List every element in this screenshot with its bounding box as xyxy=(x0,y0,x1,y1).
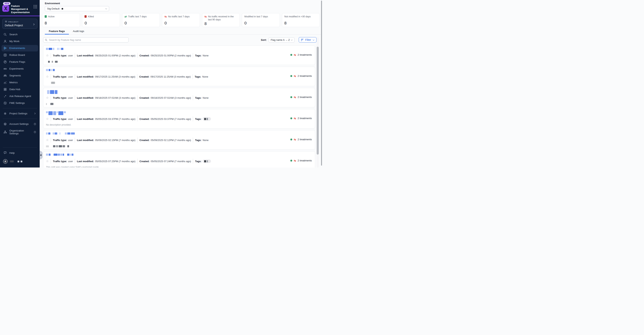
redacted-flag-name xyxy=(46,154,312,158)
flag-row[interactable]: ☆ Traffic type:user Last modified:09/25/… xyxy=(43,45,315,65)
sidebar-item-feature-flags[interactable]: Feature Flags xyxy=(2,59,38,65)
redacted-env-suffix xyxy=(62,8,63,9)
no-traffic-swap-icon: ⇆ xyxy=(204,15,207,18)
data-hub-icon xyxy=(4,88,7,91)
person-icon xyxy=(4,40,7,43)
sort-select[interactable]: Flag name A → Z xyxy=(268,37,294,42)
environment-select[interactable]: Stg-Default xyxy=(45,6,109,11)
star-icon[interactable]: ☆ xyxy=(46,96,49,99)
sidebar-item-environments[interactable]: Environments xyxy=(2,45,38,51)
chevron-down-icon xyxy=(291,39,292,40)
project-selector[interactable]: PROJECT Default Project xyxy=(2,19,38,29)
flag-description: No description provided. xyxy=(46,123,71,126)
project-box-icon xyxy=(5,20,7,23)
fme-logo-icon xyxy=(4,101,7,105)
tags-value: None xyxy=(202,54,208,57)
people-icon xyxy=(4,74,7,77)
treatments-count: 2 treatments xyxy=(298,74,312,77)
sidebar-item-account-settings[interactable]: Account Settings xyxy=(2,121,38,127)
search-input[interactable] xyxy=(43,37,128,42)
sidebar-item-metrics[interactable]: Metrics xyxy=(2,79,38,86)
sidebar-item-data-hub[interactable]: Data Hub xyxy=(2,86,38,93)
sidebar-item-my-work[interactable]: My Work xyxy=(2,38,38,44)
killed-status-icon xyxy=(84,15,86,18)
app-switcher-icon[interactable] xyxy=(34,5,37,8)
redacted-tag-pill xyxy=(202,159,211,163)
chart-icon xyxy=(4,81,7,84)
chevron-down-icon xyxy=(105,7,107,9)
tab-feature-flags[interactable]: Feature flags xyxy=(45,30,69,34)
sidebar-item-organization-settings[interactable]: Organization Settings xyxy=(2,128,38,136)
last-modified-value: 05/05/2025 03:37PM (7 months ago) xyxy=(95,118,136,120)
page-scrollbar[interactable] xyxy=(321,0,322,166)
swap-icon: ⇆ xyxy=(294,75,296,77)
tags-value: None xyxy=(202,139,208,142)
redacted-description xyxy=(46,61,58,63)
flag-row[interactable]: ☆ Traffic type:user Last modified:05/09/… xyxy=(43,130,315,150)
treatments-count: 2 treatments xyxy=(298,159,312,162)
redacted-block xyxy=(18,161,19,162)
active-dot-icon xyxy=(290,75,292,77)
redacted-flag-name xyxy=(46,132,312,137)
star-icon[interactable]: ☆ xyxy=(46,75,49,78)
main-content: Environment Stg-Default Active 8 Killed … xyxy=(40,0,322,167)
sidebar-item-segments[interactable]: Segments xyxy=(2,72,38,79)
sidebar-item-rollout-board[interactable]: Rollout Board xyxy=(2,52,38,58)
created-value: 09/25/2025 01:00PM (2 months ago) xyxy=(151,54,191,57)
redacted-description xyxy=(46,145,69,147)
filter-button[interactable]: Filter xyxy=(299,37,316,42)
flag-row[interactable]: ☆ Traffic type:user Last modified:09/17/… xyxy=(43,67,315,86)
last-modified-value: 05/09/2025 02:15PM (7 months ago) xyxy=(95,139,136,142)
list-toolbar: Sort: Flag name A → Z Filter xyxy=(43,37,316,42)
stat-card-no-traffic-90d: ⇆No traffic received in the last 90 days… xyxy=(202,13,240,27)
avatar[interactable]: A xyxy=(3,159,8,164)
split-logo xyxy=(2,5,9,12)
ruler-icon xyxy=(4,67,7,70)
sidebar-divider xyxy=(3,119,37,119)
org-icon xyxy=(4,130,7,134)
svg-text:?: ? xyxy=(5,151,6,153)
collapse-arrow-icon xyxy=(40,154,42,156)
sidebar: NEW Feature Management & Experimentation… xyxy=(0,0,40,167)
stat-card-no-traffic-7d: ⇆No traffic last 7 days 0 xyxy=(162,13,200,27)
sidebar-item-search[interactable]: Search xyxy=(2,31,38,38)
sidebar-item-ask-release-agent[interactable]: Ask Release Agent xyxy=(2,93,38,99)
star-icon[interactable]: ☆ xyxy=(46,117,49,120)
last-modified-value: 09/17/2025 11:25AM (3 months ago) xyxy=(95,75,135,78)
sort-label: Sort: xyxy=(261,38,267,41)
tab-audit-logs[interactable]: Audit logs xyxy=(69,30,88,34)
treatments-count: 2 treatments xyxy=(298,53,312,56)
list-scrollbar-thumb[interactable] xyxy=(317,47,319,155)
sidebar-item-fme-settings[interactable]: FME Settings xyxy=(2,100,38,106)
active-dot-icon xyxy=(290,139,292,140)
flag-row[interactable]: ☆ Traffic type:user Last modified:05/05/… xyxy=(43,109,315,128)
chevron-down-icon xyxy=(313,39,314,40)
redacted-description xyxy=(46,82,55,84)
brand-divider xyxy=(0,16,40,16)
swap-icon: ⇆ xyxy=(294,117,296,120)
traffic-type-value: user xyxy=(68,75,73,78)
flag-row[interactable]: ☆ Traffic type:user Last modified:09/18/… xyxy=(43,88,315,107)
star-icon[interactable]: ☆ xyxy=(46,54,49,57)
active-dot-icon xyxy=(290,96,292,98)
filter-icon xyxy=(301,39,304,41)
project-name: Default Project xyxy=(5,24,35,27)
info-icon[interactable] xyxy=(34,131,36,133)
traffic-type-value: user xyxy=(68,160,73,163)
traffic-swap-icon: ⇄ xyxy=(124,15,127,18)
last-modified-value: 09/25/2025 01:00PM (2 months ago) xyxy=(95,54,136,57)
star-icon[interactable]: ☆ xyxy=(46,160,49,163)
swap-icon: ⇆ xyxy=(294,53,296,56)
list-scrollbar-track[interactable] xyxy=(317,37,319,167)
treatments-count: 2 treatments xyxy=(298,117,312,120)
sidebar-item-help[interactable]: ? Help xyxy=(2,150,38,156)
info-icon[interactable] xyxy=(34,123,36,125)
flag-row[interactable]: ☆ Traffic type:user Last modified:05/05/… xyxy=(43,151,315,167)
sidebar-item-experiments[interactable]: Experiments xyxy=(2,65,38,72)
sidebar-item-project-settings[interactable]: Project Settings xyxy=(2,110,38,117)
redacted-tag-pill xyxy=(202,117,211,121)
search-icon xyxy=(45,39,48,41)
star-icon[interactable]: ☆ xyxy=(46,139,49,142)
help-bubble-icon: ? xyxy=(4,151,7,155)
new-badge: NEW xyxy=(3,2,10,5)
